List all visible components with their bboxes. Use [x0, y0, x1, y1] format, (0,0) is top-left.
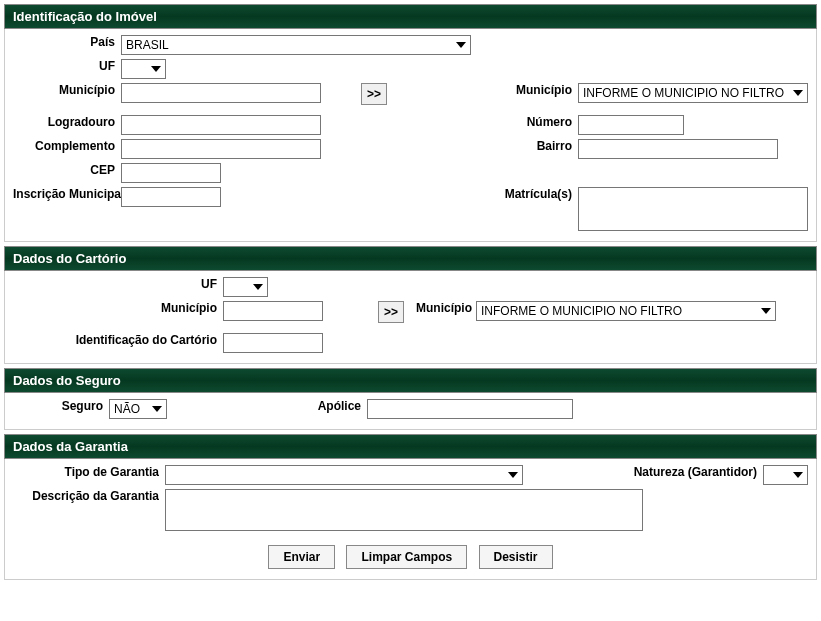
inscricao-label: Inscrição Municipal [13, 187, 121, 201]
numero-input[interactable] [578, 115, 684, 135]
cartorio-municipio-lookup-button[interactable]: >> [378, 301, 404, 323]
section-body-imovel: País BRASIL UF Município >> Município IN… [4, 29, 817, 242]
cartorio-uf-select[interactable] [223, 277, 268, 297]
cep-input[interactable] [121, 163, 221, 183]
seguro-select[interactable]: NÃO [109, 399, 167, 419]
matriculas-label: Matrícula(s) [458, 187, 578, 201]
section-body-garantia: Tipo de Garantia Natureza (Garantidor) D… [4, 459, 817, 580]
cartorio-municipio-select[interactable]: INFORME O MUNICIPIO NO FILTRO [476, 301, 776, 321]
complemento-label: Complemento [13, 139, 121, 153]
pais-label: País [13, 35, 121, 49]
section-title-garantia: Dados da Garantia [13, 439, 128, 454]
inscricao-input[interactable] [121, 187, 221, 207]
natureza-label: Natureza (Garantidor) [633, 465, 763, 479]
tipo-garantia-label: Tipo de Garantia [13, 465, 165, 479]
cartorio-municipio-input[interactable] [223, 301, 323, 321]
enviar-button[interactable]: Enviar [268, 545, 335, 569]
matriculas-textarea[interactable] [578, 187, 808, 231]
button-bar: Enviar Limpar Campos Desistir [13, 535, 808, 573]
apolice-input[interactable] [367, 399, 573, 419]
natureza-select[interactable] [763, 465, 808, 485]
descricao-garantia-label: Descrição da Garantia [13, 489, 165, 503]
section-title-imovel: Identificação do Imóvel [13, 9, 157, 24]
limpar-campos-button[interactable]: Limpar Campos [346, 545, 467, 569]
section-title-cartorio: Dados do Cartório [13, 251, 126, 266]
seguro-label: Seguro [13, 399, 109, 413]
desistir-button[interactable]: Desistir [479, 545, 553, 569]
bairro-input[interactable] [578, 139, 778, 159]
municipio-lookup-button[interactable]: >> [361, 83, 387, 105]
cartorio-uf-label: UF [13, 277, 223, 291]
logradouro-label: Logradouro [13, 115, 121, 129]
cartorio-ident-label: Identificação do Cartório [13, 333, 223, 347]
uf-select[interactable] [121, 59, 166, 79]
cartorio-municipio-select-label: Município [416, 301, 476, 315]
pais-select[interactable]: BRASIL [121, 35, 471, 55]
cep-label: CEP [13, 163, 121, 177]
complemento-input[interactable] [121, 139, 321, 159]
section-header-garantia: Dados da Garantia [4, 434, 817, 459]
cartorio-ident-input[interactable] [223, 333, 323, 353]
tipo-garantia-select[interactable] [165, 465, 523, 485]
section-body-seguro: Seguro NÃO Apólice [4, 393, 817, 430]
bairro-label: Bairro [458, 139, 578, 153]
section-title-seguro: Dados do Seguro [13, 373, 121, 388]
municipio-input[interactable] [121, 83, 321, 103]
logradouro-input[interactable] [121, 115, 321, 135]
section-header-imovel: Identificação do Imóvel [4, 4, 817, 29]
municipio-select[interactable]: INFORME O MUNICIPIO NO FILTRO [578, 83, 808, 103]
numero-label: Número [458, 115, 578, 129]
section-body-cartorio: UF Município >> Município INFORME O MUNI… [4, 271, 817, 364]
cartorio-municipio-input-label: Município [13, 301, 223, 315]
section-header-seguro: Dados do Seguro [4, 368, 817, 393]
apolice-label: Apólice [307, 399, 367, 413]
descricao-garantia-textarea[interactable] [165, 489, 643, 531]
municipio-input-label: Município [13, 83, 121, 97]
uf-label: UF [13, 59, 121, 73]
municipio-select-label: Município [458, 83, 578, 97]
section-header-cartorio: Dados do Cartório [4, 246, 817, 271]
